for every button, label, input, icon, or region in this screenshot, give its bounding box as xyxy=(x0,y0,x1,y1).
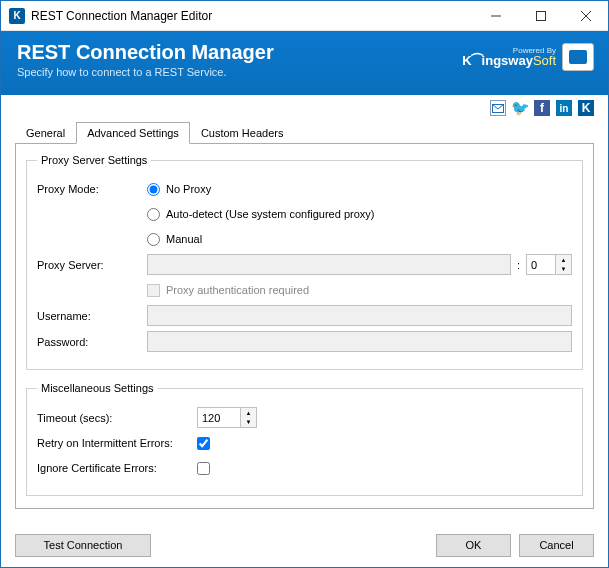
proxy-mode-manual-label: Manual xyxy=(166,233,202,245)
misc-group-legend: Miscellaneous Settings xyxy=(37,382,158,394)
brand-logo-box xyxy=(562,43,594,71)
ok-button[interactable]: OK xyxy=(436,534,511,557)
proxy-mode-manual-radio[interactable] xyxy=(147,233,160,246)
dialog-footer: Test Connection OK Cancel xyxy=(1,523,608,567)
brand-name-part2: Soft xyxy=(533,53,556,68)
minimize-button[interactable] xyxy=(473,1,518,30)
brand-logo: Powered By K⁀ingswaySoft xyxy=(462,43,594,71)
dialog-window: K REST Connection Manager Editor REST Co… xyxy=(0,0,609,568)
facebook-icon[interactable]: f xyxy=(534,100,550,116)
proxy-mode-no-proxy-radio[interactable] xyxy=(147,183,160,196)
misc-settings-group: Miscellaneous Settings Timeout (secs): ▲… xyxy=(26,382,583,496)
header-banner: REST Connection Manager Specify how to c… xyxy=(1,31,608,95)
username-label: Username: xyxy=(37,310,147,322)
svg-rect-1 xyxy=(536,11,545,20)
maximize-button[interactable] xyxy=(518,1,563,30)
proxy-mode-no-proxy[interactable]: No Proxy xyxy=(147,183,211,196)
twitter-icon[interactable]: 🐦 xyxy=(512,100,528,116)
ignore-cert-checkbox[interactable] xyxy=(197,462,210,475)
tab-custom-headers[interactable]: Custom Headers xyxy=(190,122,295,144)
titlebar: K REST Connection Manager Editor xyxy=(1,1,608,31)
social-row: 🐦 f in K xyxy=(1,95,608,121)
close-icon xyxy=(581,11,591,21)
password-input[interactable] xyxy=(147,331,572,352)
proxy-auth-label: Proxy authentication required xyxy=(166,284,309,296)
cancel-button[interactable]: Cancel xyxy=(519,534,594,557)
kingswaysoft-icon[interactable]: K xyxy=(578,100,594,116)
minimize-icon xyxy=(491,11,501,21)
proxy-mode-auto[interactable]: Auto-detect (Use system configured proxy… xyxy=(147,208,374,221)
password-label: Password: xyxy=(37,336,147,348)
advanced-settings-panel: Proxy Server Settings Proxy Mode: No Pro… xyxy=(15,143,594,509)
proxy-port-down[interactable]: ▼ xyxy=(555,265,571,275)
email-icon[interactable] xyxy=(490,100,506,116)
username-input[interactable] xyxy=(147,305,572,326)
tab-advanced-settings[interactable]: Advanced Settings xyxy=(76,122,190,144)
linkedin-icon[interactable]: in xyxy=(556,100,572,116)
retry-checkbox[interactable] xyxy=(197,437,210,450)
proxy-server-label: Proxy Server: xyxy=(37,259,147,271)
timeout-up[interactable]: ▲ xyxy=(240,408,256,418)
ignore-cert-label: Ignore Certificate Errors: xyxy=(37,462,197,474)
proxy-group-legend: Proxy Server Settings xyxy=(37,154,151,166)
tab-general[interactable]: General xyxy=(15,122,76,144)
proxy-mode-manual[interactable]: Manual xyxy=(147,233,202,246)
proxy-port-separator: : xyxy=(517,259,520,271)
proxy-server-input[interactable] xyxy=(147,254,511,275)
proxy-mode-no-proxy-label: No Proxy xyxy=(166,183,211,195)
proxy-auth-checkbox[interactable] xyxy=(147,284,160,297)
test-connection-button[interactable]: Test Connection xyxy=(15,534,151,557)
retry-label: Retry on Intermittent Errors: xyxy=(37,437,197,449)
proxy-server-settings-group: Proxy Server Settings Proxy Mode: No Pro… xyxy=(26,154,583,370)
close-button[interactable] xyxy=(563,1,608,30)
brand-name-part1: K⁀ingsway xyxy=(462,53,533,68)
maximize-icon xyxy=(536,11,546,21)
proxy-mode-auto-radio[interactable] xyxy=(147,208,160,221)
timeout-label: Timeout (secs): xyxy=(37,412,197,424)
proxy-mode-label: Proxy Mode: xyxy=(37,183,147,195)
tab-strip: General Advanced Settings Custom Headers xyxy=(1,122,608,144)
proxy-port-up[interactable]: ▲ xyxy=(555,255,571,265)
proxy-mode-auto-label: Auto-detect (Use system configured proxy… xyxy=(166,208,374,220)
app-icon: K xyxy=(9,8,25,24)
window-title: REST Connection Manager Editor xyxy=(31,9,473,23)
timeout-down[interactable]: ▼ xyxy=(240,418,256,428)
